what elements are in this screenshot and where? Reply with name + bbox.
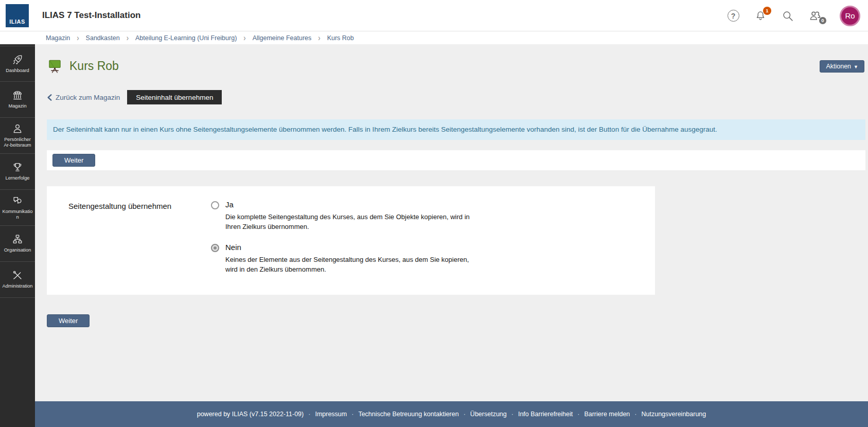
- tab-bar: Zurück zum Magazin Seiteninhalt übernehm…: [47, 90, 865, 104]
- breadcrumb-allgemeine-features[interactable]: Allgemeine Features: [253, 34, 312, 42]
- installation-title: ILIAS 7 Test-Installation: [42, 10, 140, 21]
- radio-option-nein: Nein Keines der Elemente aus der Seiteng…: [211, 243, 472, 275]
- breadcrumb-sandkasten[interactable]: Sandkasten: [86, 34, 120, 42]
- footer-link-barriere-melden[interactable]: Barriere melden: [584, 411, 630, 418]
- sidebar-item-label: Administration: [3, 283, 33, 289]
- footer-link-betreuung[interactable]: Technische Betreuung kontaktieren: [358, 411, 458, 418]
- footer-link-impressum[interactable]: Impressum: [315, 411, 347, 418]
- caret-down-icon: ▼: [854, 64, 858, 69]
- sidebar-item-dashboard[interactable]: Dashboard: [0, 46, 35, 82]
- form-label-seitengestaltung: Seitengestaltung übernehmen: [68, 200, 211, 274]
- radio-ja-label[interactable]: Ja: [225, 200, 472, 209]
- sidebar-item-magazin[interactable]: Magazin: [0, 82, 35, 118]
- ilias-logo[interactable]: ILIAS: [6, 4, 29, 27]
- who-is-online-button[interactable]: 0: [808, 9, 822, 23]
- sidebar-item-label: Organisation: [4, 247, 31, 253]
- footer-link-barrierefreiheit[interactable]: Info Barrierefreiheit: [518, 411, 573, 418]
- chat-bubbles-icon: [12, 195, 23, 206]
- actions-button[interactable]: Aktionen▼: [820, 60, 864, 73]
- footer-link-uebersetzung[interactable]: Übersetzung: [470, 411, 507, 418]
- form-panel: Seitengestaltung übernehmen Ja Die kompl…: [47, 186, 655, 295]
- sidebar-item-kommunikation[interactable]: Kommunikation: [0, 190, 35, 226]
- sidebar-item-label: Kommunikation: [1, 209, 34, 220]
- page-title-row: Kurs Rob Aktionen▼: [47, 54, 865, 78]
- breadcrumb-magazin[interactable]: Magazin: [46, 34, 70, 42]
- chevron-right-icon: ›: [127, 33, 129, 43]
- search-icon: [782, 10, 794, 22]
- bank-icon: [12, 90, 23, 101]
- sidebar-item-organisation[interactable]: Organisation: [0, 226, 35, 262]
- radio-nein-description: Keines der Elemente aus der Seitengestal…: [225, 255, 472, 275]
- sidebar-item-label: Magazin: [8, 103, 26, 109]
- chevron-left-icon: [47, 94, 52, 101]
- breadcrumb-abteilung[interactable]: Abteilung E-Learning (Uni Freiburg): [135, 34, 237, 42]
- sidebar-item-label: Persönlicher Ar-beitsraum: [1, 137, 34, 148]
- page-title: Kurs Rob: [69, 59, 119, 73]
- radio-nein-label[interactable]: Nein: [225, 243, 472, 252]
- org-chart-icon: [12, 234, 23, 245]
- chevron-right-icon: ›: [243, 33, 245, 43]
- course-blackboard-icon: [47, 58, 63, 74]
- top-header: ILIAS ILIAS 7 Test-Installation ? 1: [0, 0, 868, 31]
- rocket-icon: [12, 54, 23, 65]
- main-content: Kurs Rob Aktionen▼ Zurück zum Magazin Se…: [35, 44, 868, 427]
- header-icon-bar: ? 1 0: [727, 0, 860, 31]
- radio-ja[interactable]: [211, 201, 219, 209]
- footer-link-nutzungsvereinbarung[interactable]: Nutzungsvereinbarung: [642, 411, 706, 418]
- toolbar: Weiter: [47, 150, 865, 170]
- radio-ja-description: Die komplette Seitengestaltung des Kurse…: [225, 212, 472, 232]
- avatar[interactable]: Ro: [840, 6, 860, 26]
- crossed-tools-icon: [12, 270, 23, 281]
- chevron-right-icon: ›: [318, 33, 320, 43]
- help-icon: ?: [728, 10, 739, 22]
- sidebar-item-administration[interactable]: Administration: [0, 262, 35, 298]
- weiter-button-bottom[interactable]: Weiter: [47, 314, 90, 327]
- search-button[interactable]: [781, 9, 794, 23]
- tab-seiteninhalt-uebernehmen[interactable]: Seiteninhalt übernehmen: [127, 90, 222, 104]
- avatar-initials: Ro: [845, 11, 855, 20]
- main-sidebar: Dashboard Magazin Persönlicher Ar-beitsr…: [0, 44, 35, 427]
- page-footer: powered by ILIAS (v7.15 2022-11-09) Impr…: [35, 401, 868, 427]
- breadcrumb: Magazin › Sandkasten › Abteilung E-Learn…: [0, 31, 868, 44]
- breadcrumb-kurs-rob[interactable]: Kurs Rob: [327, 34, 354, 42]
- ilias-app: ILIAS ILIAS 7 Test-Installation ? 1: [0, 0, 868, 427]
- radio-nein[interactable]: [211, 244, 219, 252]
- sidebar-item-lernerfolge[interactable]: Lernerfolge: [0, 154, 35, 190]
- sidebar-item-label: Dashboard: [6, 68, 29, 74]
- weiter-button-top[interactable]: Weiter: [52, 154, 95, 167]
- notifications-button[interactable]: 1: [754, 9, 767, 23]
- radio-group: Ja Die komplette Seitengestaltung des Ku…: [211, 200, 472, 274]
- chevron-right-icon: ›: [77, 33, 79, 43]
- help-button[interactable]: ?: [727, 9, 740, 23]
- powered-by-link[interactable]: powered by ILIAS (v7.15 2022-11-09): [197, 411, 304, 418]
- radio-option-ja: Ja Die komplette Seitengestaltung des Ku…: [211, 200, 472, 232]
- person-icon: [12, 123, 23, 134]
- trophy-icon: [12, 162, 23, 173]
- notification-badge: 1: [763, 7, 771, 15]
- info-message: Der Seiteninhalt kann nur in einen Kurs …: [47, 119, 865, 140]
- online-count-badge: 0: [819, 17, 826, 24]
- sidebar-item-persoenlicher-arbeitsraum[interactable]: Persönlicher Ar-beitsraum: [0, 118, 35, 154]
- sidebar-item-label: Lernerfolge: [5, 175, 29, 181]
- ilias-logo-text: ILIAS: [9, 19, 25, 25]
- tab-back-to-magazin[interactable]: Zurück zum Magazin: [47, 94, 120, 101]
